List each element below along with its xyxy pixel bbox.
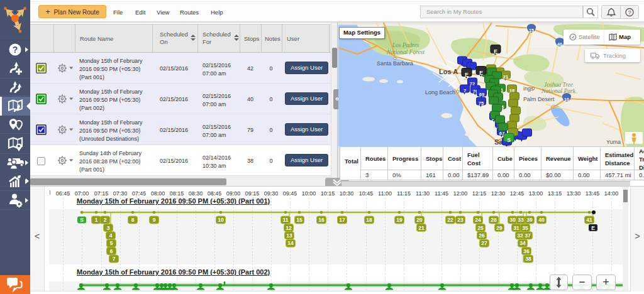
svg-text:40: 40 — [538, 217, 545, 223]
svg-text:21: 21 — [418, 225, 425, 231]
svg-text:Long Beach: Long Beach — [425, 89, 455, 95]
svg-text:69: 69 — [479, 92, 484, 97]
svg-text:20: 20 — [416, 217, 423, 223]
svg-text:4: 4 — [109, 232, 113, 239]
svg-text:Los A: Los A — [439, 68, 458, 75]
svg-text:36: 36 — [523, 248, 530, 254]
svg-text:Santa Barbara: Santa Barbara — [377, 60, 413, 67]
svg-text:5: 5 — [110, 240, 113, 246]
svg-text:18: 18 — [366, 217, 372, 223]
svg-text:14: 14 — [287, 240, 294, 246]
svg-text:E: E — [591, 225, 595, 231]
svg-text:28: 28 — [491, 217, 497, 223]
svg-text:40: 40 — [557, 42, 562, 46]
svg-text:E: E — [479, 70, 483, 76]
svg-text:3: 3 — [107, 225, 110, 231]
svg-text:15: 15 — [529, 28, 534, 33]
svg-text:21: 21 — [503, 74, 508, 80]
svg-text:41: 41 — [586, 217, 592, 223]
svg-text:27: 27 — [481, 240, 487, 246]
svg-text:15: 15 — [296, 217, 303, 223]
svg-text:Yuma: Yuma — [606, 139, 621, 145]
svg-text:9: 9 — [153, 217, 156, 223]
svg-text:11: 11 — [283, 217, 289, 223]
svg-text:10: 10 — [218, 217, 224, 223]
svg-text:33: 33 — [518, 217, 524, 223]
svg-text:37: 37 — [525, 232, 531, 239]
svg-text:S: S — [507, 137, 511, 143]
svg-text:35: 35 — [522, 225, 528, 231]
svg-text:75: 75 — [479, 101, 484, 106]
svg-text:?: ? — [628, 9, 631, 16]
svg-text:1: 1 — [95, 217, 98, 223]
svg-text:National Park: National Park — [541, 88, 576, 94]
svg-text:34: 34 — [519, 240, 526, 246]
svg-text:38: 38 — [525, 256, 531, 262]
svg-text:Palm Desert: Palm Desert — [523, 96, 555, 102]
svg-text:31: 31 — [513, 225, 519, 231]
svg-text:16: 16 — [318, 217, 325, 223]
svg-text:12: 12 — [286, 225, 292, 231]
svg-text:7: 7 — [113, 256, 116, 262]
svg-text:26: 26 — [479, 232, 485, 239]
svg-text:Joshua Tree: Joshua Tree — [544, 82, 573, 88]
svg-text:32: 32 — [517, 232, 523, 239]
svg-text:22: 22 — [447, 217, 453, 223]
svg-text:13: 13 — [286, 232, 292, 239]
svg-text:8: 8 — [131, 217, 135, 223]
svg-text:29: 29 — [496, 225, 502, 231]
svg-text:39: 39 — [526, 217, 533, 223]
svg-text:23: 23 — [457, 217, 464, 223]
svg-text:10: 10 — [564, 97, 569, 102]
svg-text:19: 19 — [396, 217, 402, 223]
svg-text:6: 6 — [110, 248, 113, 254]
svg-text:S: S — [80, 217, 84, 223]
svg-text:National Forest: National Forest — [386, 49, 425, 55]
svg-text:Los Padres: Los Padres — [392, 42, 419, 48]
svg-text:17: 17 — [339, 217, 345, 223]
svg-text:25: 25 — [477, 225, 484, 231]
svg-text:7: 7 — [464, 88, 466, 94]
svg-text:E: E — [465, 72, 469, 78]
svg-text:2: 2 — [104, 217, 107, 223]
svg-text:30: 30 — [509, 217, 516, 223]
svg-text:?: ? — [13, 45, 18, 55]
svg-text:E: E — [494, 48, 497, 55]
svg-text:24: 24 — [475, 217, 481, 223]
